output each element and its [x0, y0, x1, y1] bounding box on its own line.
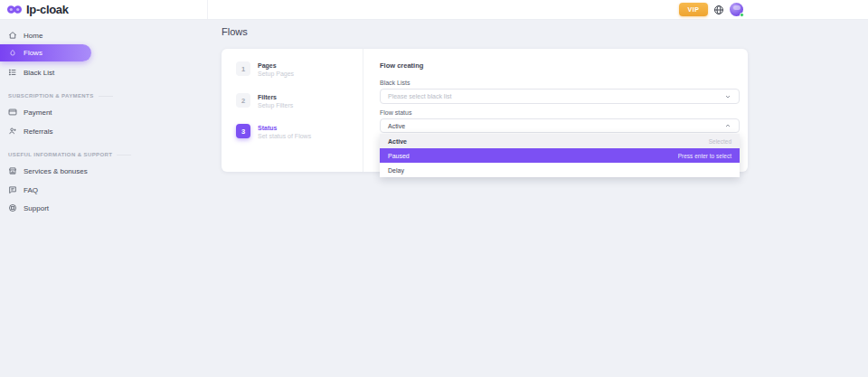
- section-divider: [117, 155, 131, 156]
- step-text: Pages Setup Pages: [258, 61, 294, 77]
- flow-creating-card: 1 Pages Setup Pages 2 Filters Setup Filt…: [222, 49, 748, 172]
- page-title: Flows: [222, 26, 248, 37]
- flows-icon: [8, 49, 17, 58]
- sidebar-item-label: Home: [24, 32, 42, 40]
- sidebar-item-label: Support: [24, 204, 49, 212]
- step-title: Filters: [258, 94, 293, 100]
- list-icon: [8, 68, 17, 77]
- step-number: 3: [236, 124, 250, 138]
- sidebar-item-referrals[interactable]: Referrals: [0, 122, 208, 140]
- flow-status-select[interactable]: Active: [380, 118, 740, 133]
- chevron-down-icon: [724, 93, 731, 100]
- life-ring-icon: [8, 203, 17, 212]
- sidebar-item-home[interactable]: Home: [0, 26, 208, 44]
- step-number: 2: [236, 93, 250, 108]
- header-actions: VIP: [208, 0, 868, 19]
- option-hint: Selected: [709, 138, 731, 145]
- black-lists-select[interactable]: Please select black list: [380, 89, 740, 104]
- sidebar-section-subscription: SUBSCRIPTION & PAYMENTS: [8, 90, 208, 101]
- flow-creating-form: Flow creating Black Lists Please select …: [380, 49, 740, 133]
- sidebar-section-support: USEFUL INFORMATION & SUPPORT: [8, 149, 208, 160]
- dropdown-option-active[interactable]: Active Selected: [380, 134, 740, 148]
- globe-icon[interactable]: [713, 5, 724, 15]
- black-lists-placeholder: Please select black list: [388, 93, 451, 99]
- wizard-step-status[interactable]: 3 Status Set status of Flows: [236, 124, 355, 139]
- step-number: 1: [236, 61, 250, 76]
- option-label: Paused: [388, 153, 410, 159]
- option-label: Active: [388, 138, 407, 145]
- chat-bubble-icon: [8, 185, 17, 194]
- sidebar-item-label: FAQ: [24, 186, 38, 194]
- step-subtitle: Setup Pages: [258, 71, 294, 77]
- option-hint: Press enter to select: [678, 153, 731, 159]
- flow-status-select-wrap: Active Active Selected Paused Press ente…: [380, 118, 740, 133]
- storefront-icon: [8, 166, 17, 175]
- home-icon: [8, 31, 17, 40]
- person-add-icon: [8, 127, 17, 136]
- black-lists-label: Black Lists: [380, 80, 740, 86]
- logo[interactable]: Ip-cloak: [0, 0, 208, 19]
- step-subtitle: Set status of Flows: [258, 133, 311, 139]
- flow-status-value: Active: [388, 123, 405, 129]
- sidebar-item-label: Flows: [24, 49, 42, 57]
- step-title: Status: [258, 125, 311, 131]
- sidebar-item-payment[interactable]: Payment: [0, 103, 208, 121]
- sidebar-item-label: Referrals: [24, 127, 52, 136]
- credit-card-icon: [8, 108, 17, 117]
- top-header: Ip-cloak VIP: [0, 0, 868, 20]
- step-subtitle: Setup Filters: [258, 102, 293, 108]
- flow-status-dropdown: Active Selected Paused Press enter to se…: [380, 134, 740, 177]
- wizard-step-filters[interactable]: 2 Filters Setup Filters: [236, 93, 355, 108]
- form-title: Flow creating: [380, 61, 740, 70]
- sidebar-item-flows[interactable]: Flows: [0, 44, 91, 61]
- chevron-up-icon: [724, 122, 731, 129]
- sidebar-item-services-bonuses[interactable]: Services & bonuses: [0, 162, 208, 180]
- sidebar-item-label: Services & bonuses: [24, 167, 88, 175]
- option-label: Delay: [388, 167, 404, 174]
- flow-status-label: Flow status: [380, 109, 740, 116]
- online-status-dot: [740, 13, 744, 17]
- brand-name: Ip-cloak: [26, 3, 69, 16]
- section-divider: [99, 96, 113, 97]
- dropdown-option-delay[interactable]: Delay: [380, 163, 740, 177]
- step-text: Status Set status of Flows: [258, 124, 311, 139]
- vip-button[interactable]: VIP: [679, 3, 708, 16]
- sidebar-item-support[interactable]: Support: [0, 199, 208, 217]
- section-label-text: SUBSCRIPTION & PAYMENTS: [8, 93, 94, 99]
- wizard-steps: 1 Pages Setup Pages 2 Filters Setup Filt…: [222, 49, 363, 172]
- section-label-text: USEFUL INFORMATION & SUPPORT: [8, 152, 112, 157]
- sidebar-item-black-list[interactable]: Black List: [0, 63, 208, 81]
- wizard-step-pages[interactable]: 1 Pages Setup Pages: [236, 61, 355, 77]
- step-title: Pages: [258, 62, 294, 69]
- user-avatar[interactable]: [730, 3, 743, 16]
- mask-logo-icon: [7, 5, 22, 14]
- sidebar: Home Flows Black List SUBSCRIPTION & PAY…: [0, 20, 208, 217]
- sidebar-item-label: Black List: [24, 69, 54, 77]
- sidebar-item-faq[interactable]: FAQ: [0, 181, 208, 199]
- dropdown-option-paused[interactable]: Paused Press enter to select: [380, 148, 740, 163]
- sidebar-item-label: Payment: [24, 108, 52, 117]
- step-text: Filters Setup Filters: [258, 93, 293, 108]
